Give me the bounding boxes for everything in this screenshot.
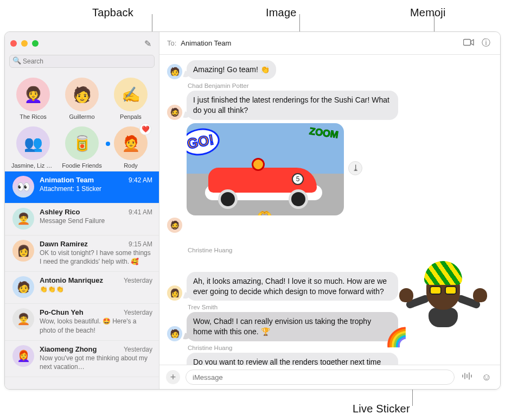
sidebar: ✎ 🔍 👩‍🦱The Ricos🧑Guillermo✍️Penpals👥Jasm… — [5, 32, 159, 389]
conversation-row[interactable]: 🧑‍🦱Ashley Rico9:41 AMMessage Send Failur… — [5, 203, 159, 236]
pinned-conversations: 👩‍🦱The Ricos🧑Guillermo✍️Penpals👥Jasmine,… — [5, 72, 159, 171]
avatar: 🧑 — [167, 326, 182, 341]
image-attachment[interactable]: 5 GO! ZOOM 🫶 — [187, 123, 344, 215]
avatar: 👩‍🦱 — [16, 78, 50, 111]
conversation-pane: To: Animation Team ⓘ 🧑 Amazing! Go team!… — [159, 32, 500, 389]
pinned-name: Jasmine, Liz &… — [11, 162, 55, 169]
download-attachment-button[interactable]: ⤓ — [348, 161, 362, 175]
avatar: 🧔 — [167, 218, 182, 233]
sender-label: Christine Huang — [188, 345, 484, 351]
conversation-name: Animation Team — [40, 176, 94, 184]
conversation-time: 9:41 AM — [129, 208, 152, 216]
conversation-preview: OK to visit tonight? I have some things … — [40, 249, 152, 266]
to-name[interactable]: Animation Team — [181, 39, 231, 47]
waveform-icon — [462, 372, 472, 382]
search-input[interactable] — [9, 55, 155, 68]
message-bubble[interactable]: Do you want to review all the renders to… — [187, 353, 398, 365]
minimize-icon[interactable] — [21, 40, 28, 47]
plus-icon: + — [170, 372, 176, 383]
avatar: ✍️ — [114, 78, 148, 111]
svg-rect-0 — [464, 40, 471, 46]
pinned-conversation[interactable]: 👩‍🦱The Ricos — [10, 78, 56, 120]
avatar: 🧑‍🦱 — [12, 208, 34, 230]
message-bubble[interactable]: Ah, it looks amazing, Chad! I love it so… — [187, 272, 398, 301]
avatar: 🧔 — [167, 105, 182, 120]
compose-button[interactable]: ✎ — [142, 37, 154, 49]
video-icon — [463, 40, 474, 48]
conversation-header: To: Animation Team ⓘ — [159, 32, 500, 55]
pinned-conversation[interactable]: 👥Jasmine, Liz &… — [10, 126, 56, 169]
conversation-row[interactable]: 👀Animation Team9:42 AMAttachment: 1 Stic… — [5, 171, 159, 203]
conversation-row[interactable]: 🧑Antonio ManriquezYesterday👏👏👏 — [5, 272, 159, 304]
conversation-name: Antonio Manriquez — [40, 276, 103, 284]
conversation-time: Yesterday — [124, 309, 152, 316]
zoom-sticker-icon: ZOOM — [309, 125, 339, 141]
info-icon: ⓘ — [482, 38, 490, 47]
conversation-name: Ashley Rico — [40, 208, 80, 216]
download-icon: ⤓ — [352, 163, 359, 173]
to-label: To: — [167, 39, 176, 47]
conversation-list[interactable]: 👀Animation Team9:42 AMAttachment: 1 Stic… — [5, 171, 159, 389]
message-bubble[interactable]: Wow, Chad! I can really envision us taki… — [187, 312, 398, 341]
details-button[interactable]: ⓘ — [480, 35, 493, 51]
avatar: 👩‍🦰 — [12, 345, 34, 367]
pinned-conversation[interactable]: 🧑Guillermo — [59, 78, 105, 120]
conversation-time: 9:15 AM — [129, 240, 152, 248]
facetime-button[interactable] — [461, 36, 476, 50]
callout-memoji: Memoji — [410, 7, 446, 19]
audio-message-button[interactable] — [460, 370, 474, 384]
conversation-row[interactable]: 👩‍🦰Xiaomeng ZhongYesterdayNow you've got… — [5, 341, 159, 377]
emoji-picker-button[interactable]: ☺ — [480, 370, 494, 384]
sender-label: Christine Huang — [188, 247, 484, 253]
compose-icon: ✎ — [144, 39, 151, 49]
avatar: 👀 — [12, 176, 34, 198]
pinned-conversation[interactable]: ✍️Penpals — [108, 78, 154, 120]
conversation-row[interactable]: 👩Dawn Ramirez9:15 AMOK to visit tonight?… — [5, 236, 159, 272]
messages-window: ✎ 🔍 👩‍🦱The Ricos🧑Guillermo✍️Penpals👥Jasm… — [4, 31, 501, 390]
conversation-name: Xiaomeng Zhong — [40, 345, 97, 353]
compose-bar: + ☺ — [159, 365, 500, 389]
pinned-conversation[interactable]: 🧑‍🦰❤️Rody — [108, 126, 154, 169]
conversation-row[interactable]: 🧑‍🦱Po-Chun YehYesterdayWow, looks beauti… — [5, 304, 159, 340]
go-sticker-icon: GO! — [187, 125, 222, 158]
sender-label: Chad Benjamin Potter — [188, 82, 484, 89]
message-bubble[interactable]: Amazing! Go team! 👏 — [187, 60, 276, 79]
callout-tapback: Tapback — [92, 7, 133, 19]
conversation-preview: 👏👏👏 — [40, 285, 152, 294]
pinned-name: Foodie Friends — [62, 162, 101, 169]
conversation-name: Po-Chun Yeh — [40, 308, 84, 316]
callout-image: Image — [266, 7, 297, 19]
avatar: 🧑 — [65, 78, 99, 111]
avatar: 🧑‍🦱 — [12, 308, 34, 330]
conversation-name: Dawn Ramirez — [40, 240, 88, 248]
conversation-preview: Now you've got me thinking about my next… — [40, 354, 152, 371]
messages-scroll[interactable]: 🧑 Amazing! Go team! 👏 Chad Benjamin Pott… — [159, 55, 500, 365]
emoji-icon: ☺ — [482, 372, 491, 383]
callout-live-sticker: Live Sticker — [353, 403, 410, 415]
avatar: 🧑 — [12, 276, 34, 298]
conversation-preview: Attachment: 1 Sticker — [40, 184, 152, 193]
avatar: 👥 — [16, 126, 50, 160]
conversation-time: Yesterday — [124, 346, 152, 353]
pinned-name: The Ricos — [20, 113, 47, 120]
avatar: 🧑 — [167, 64, 182, 79]
message-bubble[interactable]: I just finished the latest renderings fo… — [187, 91, 398, 120]
pinned-name: Rody — [124, 162, 138, 169]
apps-button[interactable]: + — [166, 370, 180, 384]
search-icon: 🔍 — [12, 56, 21, 65]
avatar: 👩 — [167, 285, 182, 301]
conversation-time: Yesterday — [124, 277, 152, 284]
titlebar: ✎ — [5, 32, 159, 55]
conversation-time: 9:42 AM — [129, 176, 152, 184]
pinned-conversation[interactable]: 🥫Foodie Friends — [59, 126, 105, 169]
conversation-preview: Message Send Failure — [40, 217, 152, 225]
zoom-icon[interactable] — [32, 40, 39, 47]
close-icon[interactable] — [10, 40, 17, 47]
window-controls[interactable] — [10, 40, 39, 47]
avatar: 🥫 — [65, 126, 99, 160]
pinned-name: Guillermo — [69, 113, 94, 120]
car-number: 5 — [292, 173, 304, 185]
message-input[interactable] — [186, 370, 455, 385]
heart-hands-sticker-icon: 🫶 — [257, 209, 272, 215]
sender-label: Trev Smith — [188, 304, 484, 310]
